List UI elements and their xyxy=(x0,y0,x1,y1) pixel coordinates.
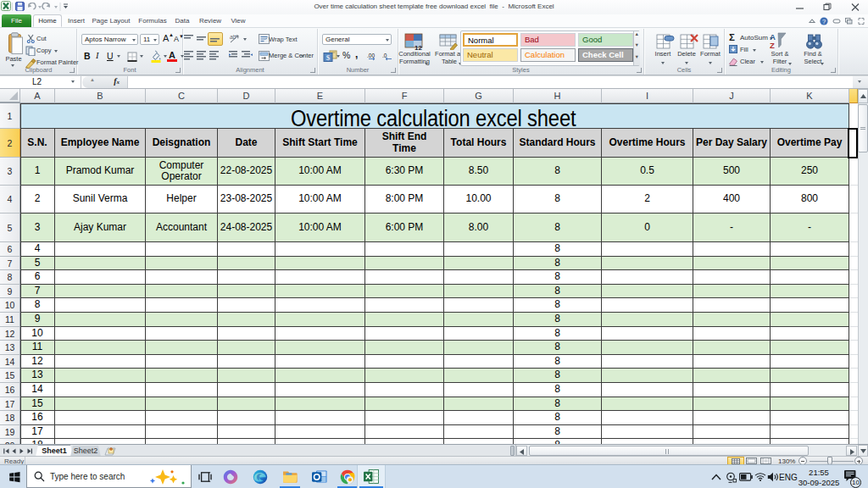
svg-text:.00: .00 xyxy=(367,53,375,58)
svg-text:ab: ab xyxy=(230,34,236,40)
svg-text:Z: Z xyxy=(770,41,775,50)
svg-text:.0: .0 xyxy=(382,53,387,58)
svg-text:$: $ xyxy=(326,53,331,62)
svg-text:12: 12 xyxy=(415,44,422,51)
svg-text:?: ? xyxy=(822,18,826,25)
